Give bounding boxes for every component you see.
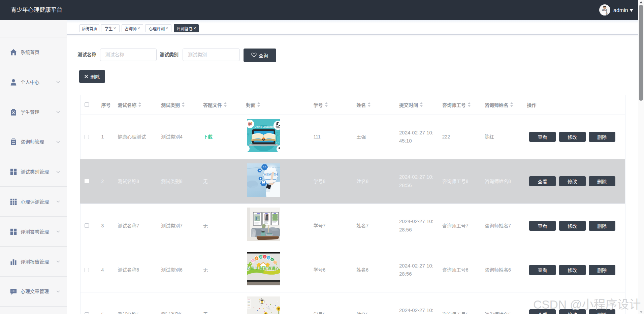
svg-text:学: 学 xyxy=(256,257,258,259)
svg-text:知: 知 xyxy=(252,259,254,262)
svg-text:健: 健 xyxy=(260,256,262,258)
svg-text:3.0: 3.0 xyxy=(263,166,266,168)
svg-text:Online Education: Online Education xyxy=(254,125,273,128)
svg-text:心: 心 xyxy=(264,256,266,258)
svg-text:成: 成 xyxy=(274,261,276,263)
svg-text:HEALTH: HEALTH xyxy=(263,172,278,176)
svg-text:sunny: sunny xyxy=(268,309,271,311)
svg-text:开心庭 让阳光洒满心灵: 开心庭 让阳光洒满心灵 xyxy=(247,266,280,271)
svg-text:情: 情 xyxy=(267,256,269,259)
svg-text:happy: happy xyxy=(266,307,270,309)
svg-text:乐: 乐 xyxy=(271,259,273,261)
